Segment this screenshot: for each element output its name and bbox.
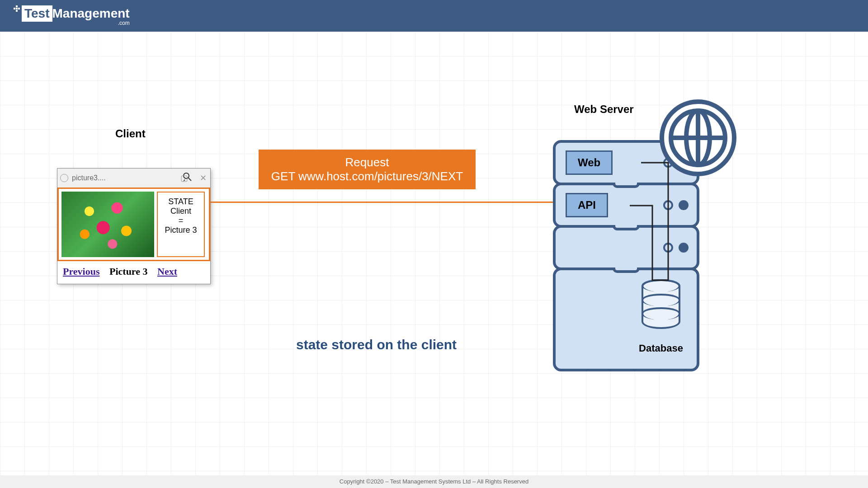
window-controls: ▢ ✕: [180, 173, 207, 183]
current-picture-label: Picture 3: [109, 266, 148, 277]
header-bar: TestManagement .com: [0, 0, 868, 32]
client-browser-window: picture3.... ▢ ✕ STATE Client = Picture …: [57, 168, 211, 284]
server-rack-web: Web: [553, 140, 699, 185]
server-stack: Web API Database: [553, 140, 699, 369]
footer: Copyright ©2020 – Test Management System…: [0, 475, 868, 488]
rack-light-icon: [663, 200, 673, 210]
state-box: STATE Client = Picture 3: [157, 192, 205, 257]
state-line: Client: [160, 206, 202, 216]
picture-image: [61, 192, 154, 257]
state-line: STATE: [160, 197, 202, 206]
server-rack-db: Database: [553, 267, 699, 371]
maximize-icon[interactable]: ▢: [180, 173, 188, 183]
state-line: Picture 3: [160, 225, 202, 235]
logo: TestManagement .com: [14, 5, 130, 26]
rack-light-icon: [663, 243, 673, 253]
web-tag: Web: [566, 150, 613, 175]
browser-body: STATE Client = Picture 3: [57, 188, 210, 261]
client-label: Client: [115, 127, 146, 140]
request-title: Request: [259, 155, 476, 169]
request-url: GET www.host.com/pictures/3/NEXT: [259, 169, 476, 183]
request-box: Request GET www.host.com/pictures/3/NEXT: [259, 150, 476, 189]
browser-nav: Previous Picture 3 Next: [57, 261, 210, 284]
database-icon: Database: [642, 279, 680, 329]
browser-titlebar: picture3.... ▢ ✕: [57, 169, 210, 188]
server-rack-blank: [553, 225, 699, 270]
request-arrow-line: [211, 202, 559, 203]
globe-icon: [660, 99, 736, 176]
web-server-label: Web Server: [574, 103, 634, 116]
server-rack-api: API: [553, 183, 699, 228]
logo-dots-icon: [14, 5, 20, 12]
globe-favicon-icon: [60, 174, 68, 182]
logo-test: Test: [22, 5, 52, 22]
previous-link[interactable]: Previous: [63, 266, 99, 277]
close-icon[interactable]: ✕: [200, 173, 207, 183]
database-label: Database: [639, 343, 683, 354]
logo-mgmt: Management: [52, 6, 130, 20]
rack-light-icon: [679, 200, 689, 210]
api-tag: API: [566, 193, 608, 217]
state-caption: state stored on the client: [296, 337, 457, 352]
state-line: =: [160, 216, 202, 225]
next-link[interactable]: Next: [157, 266, 177, 277]
rack-light-icon: [679, 243, 689, 253]
